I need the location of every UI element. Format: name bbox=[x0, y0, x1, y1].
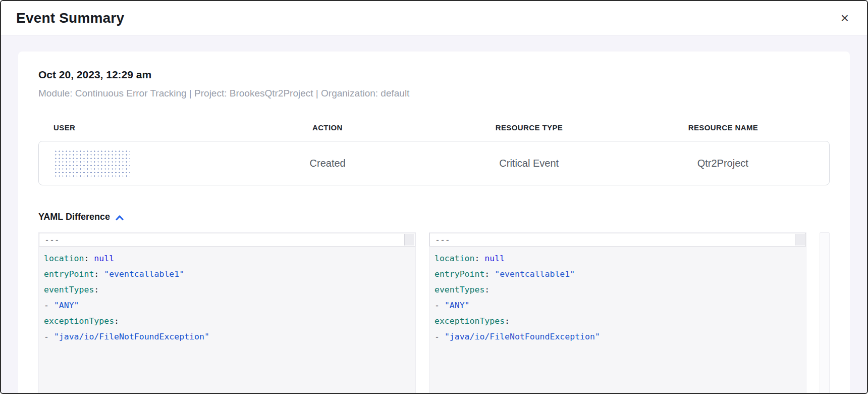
event-summary-modal: Event Summary × Oct 20, 2023, 12:29 am M… bbox=[0, 0, 868, 394]
code-line: - "java/io/FileNotFoundException" bbox=[435, 329, 801, 344]
code-line: entryPoint: "eventcallable1" bbox=[435, 266, 801, 282]
code-line: location: null bbox=[44, 251, 410, 266]
yaml-document-separator: --- bbox=[435, 235, 450, 244]
column-header-user: USER bbox=[53, 123, 229, 132]
yaml-right-topline: --- bbox=[429, 233, 806, 247]
yaml-left-topline: --- bbox=[39, 233, 415, 247]
user-cell bbox=[54, 150, 229, 177]
modal-header: Event Summary × bbox=[1, 1, 867, 35]
event-meta: Module: Continuous Error Tracking | Proj… bbox=[38, 88, 830, 99]
close-icon: × bbox=[841, 10, 849, 26]
code-line: location: null bbox=[435, 251, 801, 266]
action-cell: Created bbox=[229, 158, 426, 169]
yaml-document-separator: --- bbox=[44, 235, 60, 244]
horizontal-scrollbar-thumb[interactable] bbox=[404, 234, 414, 245]
table-header-row: USER ACTION RESOURCE TYPE RESOURCE NAME bbox=[38, 123, 830, 132]
code-line: entryPoint: "eventcallable1" bbox=[44, 266, 410, 282]
page-title: Event Summary bbox=[16, 10, 124, 26]
yaml-diff-container: --- location: nullentryPoint: "eventcall… bbox=[38, 232, 830, 393]
vertical-scrollbar[interactable] bbox=[820, 232, 830, 393]
yaml-panel-right: --- location: nullentryPoint: "eventcall… bbox=[429, 232, 806, 393]
code-line: - "ANY" bbox=[435, 298, 801, 313]
yaml-panel-left: --- location: nullentryPoint: "eventcall… bbox=[38, 232, 416, 393]
column-header-resource-type: RESOURCE TYPE bbox=[426, 123, 632, 132]
code-line: exceptionTypes: bbox=[44, 313, 410, 329]
yaml-difference-toggle[interactable]: YAML Difference bbox=[38, 212, 124, 222]
code-line: - "ANY" bbox=[44, 298, 410, 313]
code-line: eventTypes: bbox=[44, 282, 410, 298]
event-timestamp: Oct 20, 2023, 12:29 am bbox=[38, 69, 830, 81]
table-row: Created Critical Event Qtr2Project bbox=[38, 141, 830, 185]
code-line: eventTypes: bbox=[435, 282, 801, 298]
column-header-resource-name: RESOURCE NAME bbox=[632, 123, 815, 132]
yaml-right-code: location: nullentryPoint: "eventcallable… bbox=[429, 247, 806, 350]
chevron-up-icon bbox=[115, 214, 124, 221]
horizontal-scrollbar-thumb[interactable] bbox=[795, 234, 805, 245]
column-header-action: ACTION bbox=[229, 123, 426, 132]
yaml-left-code: location: nullentryPoint: "eventcallable… bbox=[39, 247, 415, 350]
code-line: - "java/io/FileNotFoundException" bbox=[44, 329, 410, 344]
modal-body: Oct 20, 2023, 12:29 am Module: Continuou… bbox=[1, 35, 867, 393]
redacted-user-avatar bbox=[54, 150, 130, 177]
resource-name-cell: Qtr2Project bbox=[632, 158, 814, 169]
event-card: Oct 20, 2023, 12:29 am Module: Continuou… bbox=[18, 52, 850, 393]
code-line: exceptionTypes: bbox=[435, 313, 801, 329]
yaml-difference-label: YAML Difference bbox=[38, 212, 110, 222]
close-button[interactable]: × bbox=[838, 9, 852, 27]
resource-type-cell: Critical Event bbox=[426, 158, 632, 169]
